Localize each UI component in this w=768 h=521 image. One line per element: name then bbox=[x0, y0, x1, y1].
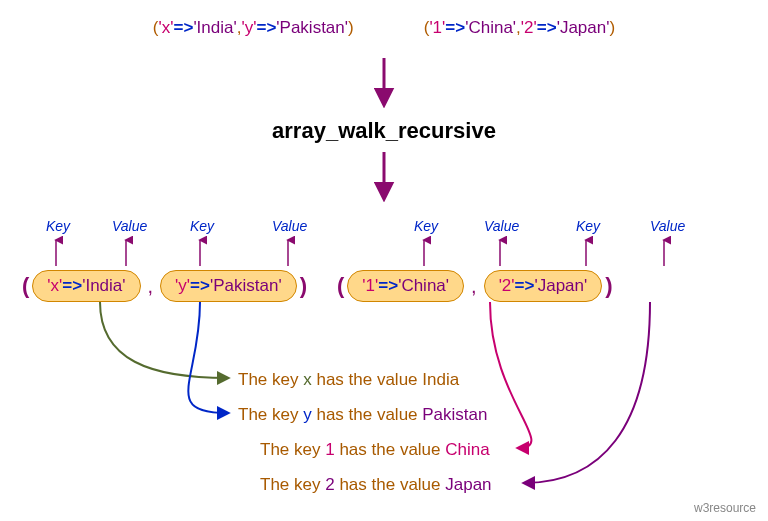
val-india: 'India' bbox=[193, 18, 236, 37]
label-value: Value bbox=[484, 218, 519, 234]
box-key: '1' bbox=[362, 276, 378, 295]
box-key: '2' bbox=[499, 276, 515, 295]
fat-arrow: => bbox=[378, 276, 398, 295]
key-x: 'x' bbox=[159, 18, 174, 37]
pair-box-2-japan: '2'=>'Japan' bbox=[484, 270, 603, 302]
output-line-2: The key y has the value Pakistan bbox=[238, 405, 487, 425]
output-mid: has the value bbox=[312, 405, 423, 424]
paren-open: ( bbox=[337, 273, 344, 299]
pair-box-y-pakistan: 'y'=>'Pakistan' bbox=[160, 270, 297, 302]
output-line-3: The key 1 has the value China bbox=[260, 440, 490, 460]
label-key: Key bbox=[190, 218, 214, 234]
output-val: India bbox=[422, 370, 459, 389]
val-japan: 'Japan' bbox=[557, 18, 610, 37]
output-mid: has the value bbox=[335, 440, 446, 459]
output-val: China bbox=[445, 440, 489, 459]
comma: , bbox=[144, 275, 158, 298]
fat-arrow: => bbox=[515, 276, 535, 295]
top-array-right: ('1'=>'China','2'=>'Japan') bbox=[424, 18, 615, 38]
box-val: 'Pakistan' bbox=[210, 276, 282, 295]
label-value: Value bbox=[650, 218, 685, 234]
fat-arrow: => bbox=[445, 18, 465, 37]
box-val: 'India' bbox=[82, 276, 125, 295]
paren-close: ) bbox=[609, 18, 615, 37]
box-val: 'Japan' bbox=[534, 276, 587, 295]
output-key: 1 bbox=[325, 440, 334, 459]
label-value: Value bbox=[112, 218, 147, 234]
fat-arrow: => bbox=[174, 18, 194, 37]
output-line-1: The key x has the value India bbox=[238, 370, 459, 390]
paren-close: ) bbox=[300, 273, 307, 299]
output-key: y bbox=[303, 405, 312, 424]
pair-box-1-china: '1'=>'China' bbox=[347, 270, 464, 302]
box-val: 'China' bbox=[398, 276, 449, 295]
key-2: '2' bbox=[521, 18, 537, 37]
down-arrow-icon bbox=[373, 56, 395, 108]
output-pre: The key bbox=[238, 370, 303, 389]
label-key: Key bbox=[414, 218, 438, 234]
diagram-stage: ('x'=>'India','y'=>'Pakistan') ('1'=>'Ch… bbox=[0, 0, 768, 521]
fat-arrow: => bbox=[537, 18, 557, 37]
output-val: Japan bbox=[445, 475, 491, 494]
top-arrays-row: ('x'=>'India','y'=>'Pakistan') ('1'=>'Ch… bbox=[0, 18, 768, 38]
label-key: Key bbox=[576, 218, 600, 234]
box-key: 'x' bbox=[47, 276, 62, 295]
paren-close: ) bbox=[348, 18, 354, 37]
output-mid: has the value bbox=[312, 370, 423, 389]
output-key: 2 bbox=[325, 475, 334, 494]
boxed-pairs-row: ( 'x'=>'India' , 'y'=>'Pakistan' ) ( '1'… bbox=[22, 270, 613, 302]
label-key: Key bbox=[46, 218, 70, 234]
comma: , bbox=[467, 275, 481, 298]
top-array-left: ('x'=>'India','y'=>'Pakistan') bbox=[153, 18, 354, 38]
output-key: x bbox=[303, 370, 312, 389]
down-arrow-icon bbox=[373, 150, 395, 202]
label-value: Value bbox=[272, 218, 307, 234]
output-line-4: The key 2 has the value Japan bbox=[260, 475, 492, 495]
val-pakistan: 'Pakistan' bbox=[276, 18, 348, 37]
box-key: 'y' bbox=[175, 276, 190, 295]
watermark: w3resource bbox=[694, 501, 756, 515]
val-china: 'China' bbox=[465, 18, 516, 37]
paren-close: ) bbox=[605, 273, 612, 299]
key-y: 'y' bbox=[241, 18, 256, 37]
fat-arrow: => bbox=[256, 18, 276, 37]
key-1: '1' bbox=[429, 18, 445, 37]
fat-arrow: => bbox=[62, 276, 82, 295]
output-pre: The key bbox=[238, 405, 303, 424]
output-pre: The key bbox=[260, 440, 325, 459]
paren-open: ( bbox=[22, 273, 29, 299]
output-val: Pakistan bbox=[422, 405, 487, 424]
output-pre: The key bbox=[260, 475, 325, 494]
output-mid: has the value bbox=[335, 475, 446, 494]
pair-box-x-india: 'x'=>'India' bbox=[32, 270, 140, 302]
fat-arrow: => bbox=[190, 276, 210, 295]
function-name: array_walk_recursive bbox=[0, 118, 768, 144]
